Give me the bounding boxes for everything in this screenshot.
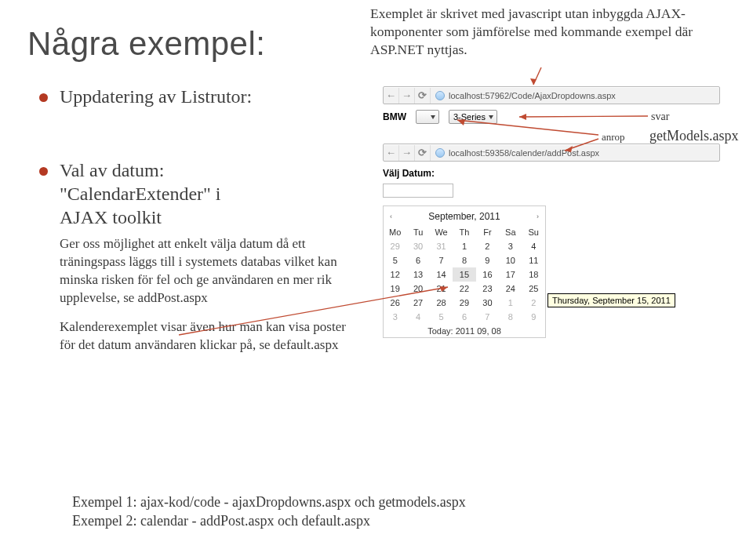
slide-title: Några exempel: [27, 25, 265, 63]
calendar-day-header: Fr [476, 225, 499, 239]
calendar-day-cell[interactable]: 16 [476, 267, 499, 282]
forward-icon-2[interactable] [399, 145, 415, 161]
browser-bar-1: localhost:57962/Code/AjaxDropdowns.aspx [383, 86, 720, 104]
bullet-listrutor: Uppdatering av Listrutor: [39, 85, 361, 108]
calendar-day-cell[interactable]: 13 [406, 267, 429, 282]
date-input[interactable] [383, 184, 453, 198]
cal-next-icon[interactable]: › [537, 213, 539, 220]
calendar-day-header: Th [453, 225, 475, 239]
calendar-day-cell[interactable]: 27 [406, 296, 429, 310]
footer-line-2: Exempel 2: calendar - addPost.aspx och d… [72, 511, 466, 530]
reload-icon-2[interactable] [415, 145, 431, 161]
calendar-day-cell[interactable]: 5 [384, 253, 406, 267]
dropdown-row: BMW 3-Series [383, 110, 497, 124]
calendar-day-cell[interactable]: 20 [406, 282, 429, 296]
dropdown-2-value: 3-Series [453, 112, 486, 122]
bullet2-line3: AJAX toolkit [60, 207, 162, 227]
back-icon[interactable] [384, 88, 399, 104]
calendar-day-cell[interactable]: 9 [476, 253, 499, 267]
calendar-day-cell[interactable]: 30 [476, 296, 499, 310]
subtext-2: Kalenderexemplet visar även hur man kan … [60, 318, 361, 355]
annot-getmodels: getModels.aspx [649, 128, 738, 144]
bullet-text-1: Uppdatering av Listrutor: [60, 86, 252, 107]
footer-examples: Exempel 1: ajax-kod/code - ajaxDropdowns… [72, 493, 466, 531]
calendar-day-cell[interactable]: 7 [476, 310, 499, 324]
calendar-day-cell[interactable]: 30 [406, 239, 429, 253]
calendar-day-cell[interactable]: 4 [522, 239, 545, 253]
url-2: localhost:59358/calender/addPost.aspx [449, 148, 599, 158]
calendar-day-cell[interactable]: 29 [384, 239, 406, 253]
subtext-1: Ger oss möjlighet att enkelt välja datum… [60, 235, 361, 307]
calendar-day-cell[interactable]: 7 [430, 253, 453, 267]
calendar-label: Välj Datum: [383, 168, 555, 179]
calendar-grid: MoTuWeThFrSaSu 2930311234567891011121314… [384, 225, 545, 324]
calendar-day-cell[interactable]: 3 [384, 310, 406, 324]
calendar-day-cell[interactable]: 2 [522, 296, 545, 310]
calendar-day-cell[interactable]: 14 [430, 267, 453, 282]
calendar-day-cell[interactable]: 23 [476, 282, 499, 296]
annot-svar: svar [651, 111, 669, 123]
calendar-day-cell[interactable]: 29 [453, 296, 475, 310]
calendar-day-cell[interactable]: 24 [499, 282, 522, 296]
globe-icon-2 [435, 148, 445, 158]
calendar-day-cell[interactable]: 9 [522, 310, 545, 324]
cal-prev-icon[interactable]: ‹ [390, 213, 392, 220]
svg-marker-3 [519, 114, 526, 120]
calendar-day-cell[interactable]: 2 [476, 239, 499, 253]
calendar-day-cell[interactable]: 3 [499, 239, 522, 253]
date-tooltip: Thursday, September 15, 2011 [547, 293, 675, 307]
url-1: localhost:57962/Code/AjaxDropdowns.aspx [449, 91, 616, 100]
calendar-day-header: Su [522, 225, 545, 239]
bullet2-line1: Val av datum: [60, 160, 164, 180]
globe-icon [435, 91, 445, 100]
calendar-popup: ‹ September, 2011 › MoTuWeThFrSaSu 29303… [383, 205, 546, 338]
calendar-day-cell[interactable]: 17 [499, 267, 522, 282]
footer-line-1: Exempel 1: ajax-kod/code - ajaxDropdowns… [72, 493, 466, 511]
dropdown-label: BMW [383, 111, 406, 122]
calendar-day-cell[interactable]: 6 [453, 310, 475, 324]
dropdown-2[interactable]: 3-Series [449, 110, 497, 124]
calendar-day-cell[interactable]: 10 [499, 253, 522, 267]
forward-icon[interactable] [399, 88, 415, 104]
calendar-day-header: Tu [406, 225, 429, 239]
calendar-day-cell[interactable]: 1 [453, 239, 475, 253]
calendar-day-cell[interactable]: 15 [453, 267, 475, 282]
calendar-day-cell[interactable]: 26 [384, 296, 406, 310]
calendar-day-header: Sa [499, 225, 522, 239]
calendar-day-cell[interactable]: 18 [522, 267, 545, 282]
calendar-month: September, 2011 [428, 211, 500, 222]
calendar-day-cell[interactable]: 8 [453, 253, 475, 267]
calendar-day-cell[interactable]: 31 [430, 239, 453, 253]
calendar-widget: Välj Datum: ‹ September, 2011 › MoTuWeTh… [383, 168, 555, 338]
calendar-day-cell[interactable]: 1 [499, 296, 522, 310]
bullet2-line2: "CalendarExtender" i [60, 184, 221, 204]
calendar-day-cell[interactable]: 5 [430, 310, 453, 324]
reload-icon[interactable] [415, 88, 431, 104]
annot-anrop: anrop [602, 131, 625, 144]
calendar-today[interactable]: Today: 2011 09, 08 [384, 324, 545, 336]
calendar-day-cell[interactable]: 12 [384, 267, 406, 282]
calendar-day-cell[interactable]: 28 [430, 296, 453, 310]
calendar-day-cell[interactable]: 8 [499, 310, 522, 324]
calendar-day-cell[interactable]: 6 [406, 253, 429, 267]
bullet-calendar-extender: Val av datum: "CalendarExtender" i AJAX … [39, 158, 361, 355]
svg-line-2 [519, 116, 648, 117]
calendar-day-cell[interactable]: 22 [453, 282, 475, 296]
browser-bar-2: localhost:59358/calender/addPost.aspx [383, 144, 720, 162]
calendar-day-header: Mo [384, 225, 406, 239]
calendar-day-cell[interactable]: 4 [406, 310, 429, 324]
svg-marker-1 [530, 78, 537, 85]
calendar-day-cell[interactable]: 25 [522, 282, 545, 296]
calendar-day-cell[interactable]: 19 [384, 282, 406, 296]
back-icon-2[interactable] [384, 145, 399, 161]
calendar-day-cell[interactable]: 11 [522, 253, 545, 267]
calendar-day-cell[interactable]: 21 [430, 282, 453, 296]
dropdown-1[interactable] [416, 110, 439, 124]
svg-line-0 [533, 67, 541, 85]
calendar-day-header: We [430, 225, 453, 239]
intro-text: Exemplet är skrivet med javascript utan … [370, 5, 731, 58]
